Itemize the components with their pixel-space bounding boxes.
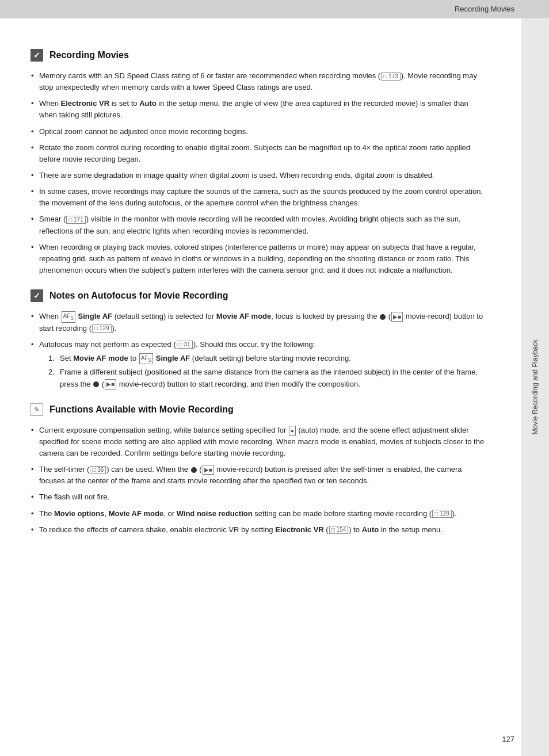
list-item: When recording or playing back movies, c…: [29, 242, 487, 276]
pencil-icon: ✎: [30, 403, 43, 416]
sidebar-label: Movie Recording and Playback: [531, 339, 540, 434]
ref-box: □ 171: [66, 216, 86, 224]
bold-text: Auto: [139, 99, 157, 108]
ref-box: □ 154: [329, 526, 349, 534]
bold-text: Auto: [362, 525, 379, 534]
section1-icon: ✓: [29, 47, 45, 63]
list-item: When AFS Single AF (default setting) is …: [29, 311, 487, 334]
section1-header: ✓ Recording Movies: [29, 47, 487, 63]
section2-title: Notes on Autofocus for Movie Recording: [49, 289, 228, 303]
section1-title: Recording Movies: [49, 48, 129, 62]
section3-icon: ✎: [29, 402, 45, 418]
section3-list: Current exposure compensation setting, w…: [29, 425, 487, 536]
movie-record-icon-2: ▶■: [105, 379, 116, 390]
bold-text: Movie AF mode: [216, 312, 272, 320]
list-item: Optical zoom cannot be adjusted once mov…: [29, 126, 487, 138]
bold-text: Electronic VR: [61, 99, 110, 108]
list-item: Autofocus may not perform as expected (□…: [29, 339, 487, 390]
top-bar-title: Recording Movies: [455, 3, 514, 15]
shutter-button-icon-3: [191, 467, 197, 473]
shutter-button-icon: [380, 314, 386, 320]
af-single-icon-2: AFS: [139, 353, 153, 365]
list-item: Smear (□ 171) visible in the monitor wit…: [29, 213, 487, 236]
list-item: The Movie options, Movie AF mode, or Win…: [29, 508, 487, 520]
list-item: In some cases, movie recordings may capt…: [29, 186, 487, 209]
list-item: The flash will not fire.: [29, 491, 487, 503]
auto-mode-icon: ●: [289, 426, 296, 436]
list-item: Current exposure compensation setting, w…: [29, 425, 487, 459]
section2-header: ✓ Notes on Autofocus for Movie Recording: [29, 288, 487, 304]
af-single-icon: AFS: [62, 311, 75, 323]
section1-list: Memory cards with an SD Speed Class rati…: [29, 70, 487, 276]
top-bar: Recording Movies: [0, 0, 549, 18]
list-item: Rotate the zoom control during recording…: [29, 142, 487, 165]
bold-text: Movie AF mode: [109, 509, 164, 518]
right-sidebar: Movie Recording and Playback: [521, 18, 549, 756]
bold-text: Single AF: [156, 354, 190, 362]
movie-record-icon: ▶■: [391, 312, 403, 322]
main-content: ✓ Recording Movies Memory cards with an …: [0, 18, 521, 568]
list-item: To reduce the effects of camera shake, e…: [29, 524, 487, 536]
section2-list: When AFS Single AF (default setting) is …: [29, 311, 487, 390]
shutter-button-icon-2: [93, 381, 99, 387]
check-icon-2: ✓: [30, 289, 43, 302]
ref-box: □ 128: [432, 510, 452, 518]
movie-record-icon-3: ▶■: [203, 465, 214, 475]
list-item: The self-timer (□ 36) can be used. When …: [29, 464, 487, 487]
section3-header: ✎ Functions Available with Movie Recordi…: [29, 402, 487, 418]
ref-box: □ 129: [92, 324, 112, 333]
list-item: Memory cards with an SD Speed Class rati…: [29, 70, 487, 93]
list-item: When Electronic VR is set to Auto in the…: [29, 98, 487, 121]
section2-icon: ✓: [29, 288, 45, 304]
sub-list-item: 2.Frame a different subject (positioned …: [48, 366, 487, 390]
bold-text: Electronic VR: [275, 525, 324, 534]
page-number: 127: [502, 734, 514, 745]
bold-text: Single AF: [78, 312, 112, 320]
list-item: There are some degradation in image qual…: [29, 170, 487, 181]
bold-text: Movie options: [54, 509, 104, 518]
bold-text: Movie AF mode: [73, 354, 128, 362]
sub-list: 1.Set Movie AF mode to AFS Single AF (de…: [39, 353, 487, 390]
page-container: Recording Movies Movie Recording and Pla…: [0, 0, 549, 756]
ref-box: □ 31: [177, 341, 193, 349]
sub-list-item: 1.Set Movie AF mode to AFS Single AF (de…: [48, 353, 487, 365]
bold-text: Wind noise reduction: [177, 509, 253, 518]
section3-title: Functions Available with Movie Recording: [49, 403, 234, 417]
check-icon-1: ✓: [30, 49, 43, 62]
ref-box: □ 173: [381, 72, 401, 81]
ref-box: □ 36: [90, 466, 106, 474]
